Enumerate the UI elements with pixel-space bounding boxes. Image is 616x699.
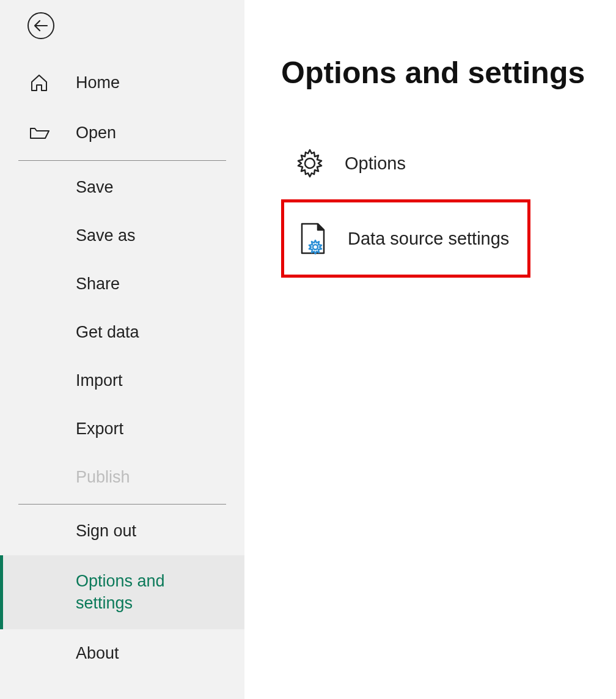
highlight-annotation: Data source settings bbox=[281, 199, 530, 278]
sidebar-label: Publish bbox=[76, 468, 130, 487]
svg-point-1 bbox=[313, 245, 318, 250]
sidebar-item-about[interactable]: About bbox=[0, 629, 244, 678]
option-data-source-settings[interactable]: Data source settings bbox=[284, 202, 527, 275]
sidebar-item-save[interactable]: Save bbox=[0, 163, 244, 212]
option-label: Options bbox=[345, 153, 406, 174]
sidebar-item-home[interactable]: Home bbox=[0, 57, 244, 108]
sidebar-label: About bbox=[76, 644, 119, 663]
document-gear-icon bbox=[295, 221, 331, 256]
sidebar-label: Open bbox=[76, 124, 116, 142]
sidebar-label: Export bbox=[76, 420, 123, 438]
option-options[interactable]: Options bbox=[281, 127, 526, 199]
sidebar-item-share[interactable]: Share bbox=[0, 260, 244, 308]
divider bbox=[18, 160, 226, 161]
sidebar-label: Get data bbox=[76, 323, 139, 342]
sidebar-label: Sign out bbox=[76, 522, 136, 541]
home-icon bbox=[29, 72, 53, 93]
sidebar-label: Save bbox=[76, 178, 114, 197]
arrow-left-icon bbox=[34, 20, 48, 32]
main-panel: Options and settings Options bbox=[244, 0, 616, 699]
sidebar-item-options-settings[interactable]: Options and settings bbox=[0, 555, 244, 629]
sidebar-label: Import bbox=[76, 371, 123, 390]
app-root: Home Open Save Save as Share Get data Im… bbox=[0, 0, 616, 699]
folder-open-icon bbox=[29, 122, 53, 143]
sidebar-item-open[interactable]: Open bbox=[0, 108, 244, 158]
back-button[interactable] bbox=[28, 12, 54, 39]
gear-icon bbox=[292, 146, 328, 181]
option-label: Data source settings bbox=[348, 229, 509, 249]
sidebar-item-sign-out[interactable]: Sign out bbox=[0, 507, 244, 555]
page-title: Options and settings bbox=[281, 55, 616, 91]
file-sidebar: Home Open Save Save as Share Get data Im… bbox=[0, 0, 244, 699]
sidebar-item-publish: Publish bbox=[0, 453, 244, 501]
sidebar-item-import[interactable]: Import bbox=[0, 357, 244, 405]
sidebar-item-save-as[interactable]: Save as bbox=[0, 212, 244, 260]
sidebar-item-get-data[interactable]: Get data bbox=[0, 308, 244, 357]
svg-point-0 bbox=[305, 158, 315, 168]
sidebar-label: Save as bbox=[76, 226, 136, 245]
sidebar-label: Home bbox=[76, 73, 120, 92]
sidebar-item-export[interactable]: Export bbox=[0, 405, 244, 453]
sidebar-label: Options and settings bbox=[76, 570, 198, 615]
divider bbox=[18, 504, 226, 505]
sidebar-label: Share bbox=[76, 275, 120, 294]
